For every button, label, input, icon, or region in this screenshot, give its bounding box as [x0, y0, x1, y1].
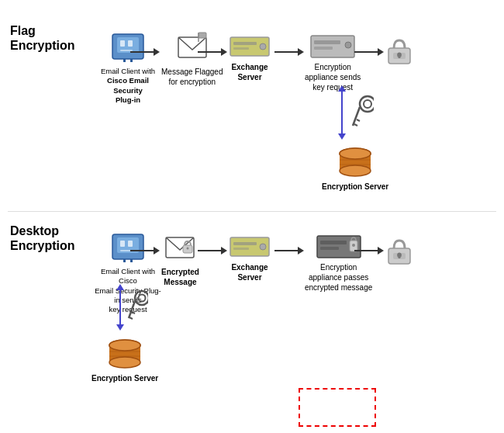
encryption-appliance-desktop-label: Encryptionappliance passesencrypted mess…	[305, 262, 372, 293]
svg-rect-16	[314, 47, 333, 50]
svg-point-65	[109, 357, 140, 368]
svg-rect-50	[320, 247, 339, 250]
encryption-server-flag-node: Encryption Server	[322, 146, 388, 192]
svg-rect-37	[128, 241, 133, 247]
encryption-server-desktop-db-icon	[105, 338, 144, 370]
arrow-1-2-desktop	[130, 247, 160, 255]
svg-line-62	[129, 317, 133, 319]
encrypted-message-label: EncryptedMessage	[161, 267, 199, 287]
svg-point-59	[139, 295, 146, 302]
exchange-server-desktop-label: ExchangeServer	[231, 262, 268, 282]
svg-rect-2	[120, 40, 125, 47]
svg-point-66	[109, 340, 140, 351]
svg-line-60	[129, 301, 135, 318]
arrow-4-5-flag	[354, 48, 384, 56]
svg-rect-3	[128, 40, 133, 47]
dashed-rect-desktop	[299, 388, 376, 427]
email-client-flag-node: Email Client withCisco Email SecurityPlu…	[93, 29, 163, 105]
message-flagged-node: Message Flaggedfor encryption	[161, 29, 223, 87]
encryption-appliance-flag-icon	[309, 34, 356, 59]
encryption-server-flag-db-icon	[336, 146, 375, 178]
vertical-arrow-desktop	[116, 284, 124, 331]
svg-rect-49	[320, 241, 347, 244]
flag-encryption-title: Flag Encryption	[10, 23, 75, 53]
exchange-server-flag-node: ExchangeServer	[229, 34, 271, 82]
exchange-server-desktop-icon	[229, 234, 271, 259]
svg-rect-6	[130, 59, 133, 62]
exchange-server-desktop-node: ExchangeServer	[229, 234, 271, 282]
svg-point-30	[340, 165, 371, 176]
svg-rect-36	[120, 241, 125, 247]
svg-point-13	[260, 43, 266, 50]
svg-rect-57	[399, 255, 401, 258]
arrow-2-3-flag	[198, 48, 227, 56]
svg-point-31	[340, 148, 371, 159]
svg-rect-15	[314, 40, 340, 44]
desktop-encryption-title: Desktop Encryption	[10, 223, 75, 253]
encryption-appliance-desktop-node: Encryptionappliance passesencrypted mess…	[305, 234, 372, 293]
encryption-appliance-flag-node: Encryptionappliance sendskey request	[305, 34, 361, 92]
svg-rect-39	[123, 259, 126, 262]
svg-line-27	[354, 124, 357, 126]
svg-rect-5	[123, 59, 126, 62]
divider-line	[8, 211, 496, 212]
exchange-server-flag-label: ExchangeServer	[231, 62, 268, 82]
key-flag-icon	[350, 93, 374, 133]
svg-rect-12	[233, 47, 249, 50]
encryption-appliance-flag-label: Encryptionappliance sendskey request	[305, 62, 361, 92]
arrow-3-4-flag	[274, 48, 304, 56]
vertical-arrow-flag	[338, 85, 346, 140]
svg-rect-11	[233, 42, 257, 45]
svg-rect-22	[399, 54, 401, 58]
arrow-4-5-desktop	[354, 247, 384, 255]
encrypted-message-node: EncryptedMessage	[161, 230, 199, 287]
svg-line-26	[357, 120, 360, 121]
lock-desktop-node	[385, 234, 413, 265]
arrow-1-2-flag	[130, 48, 160, 56]
encrypted-message-icon	[163, 230, 197, 264]
lock-flag-node	[385, 34, 413, 65]
encryption-server-flag-label: Encryption Server	[322, 182, 388, 192]
email-client-flag-icon	[111, 29, 145, 64]
svg-point-24	[364, 100, 371, 108]
svg-rect-45	[233, 242, 257, 245]
message-flagged-label: Message Flaggedfor encryption	[161, 67, 223, 87]
svg-line-61	[132, 312, 135, 313]
arrow-3-4-desktop	[274, 247, 304, 255]
lock-flag-icon	[385, 34, 413, 65]
encryption-server-desktop-label: Encryption Server	[91, 373, 158, 383]
svg-point-17	[345, 42, 351, 48]
lock-desktop-icon	[385, 234, 413, 265]
svg-rect-46	[233, 248, 249, 250]
encryption-server-desktop-node: Encryption Server	[91, 338, 158, 383]
svg-point-47	[260, 244, 266, 250]
exchange-server-flag-icon	[229, 34, 271, 59]
key-desktop-icon	[126, 289, 148, 326]
email-client-flag-label: Email Client withCisco Email SecurityPlu…	[93, 67, 163, 105]
svg-rect-40	[130, 259, 133, 262]
svg-rect-8	[198, 33, 206, 38]
arrow-2-3-desktop	[198, 247, 227, 255]
svg-point-43	[187, 248, 189, 250]
message-flagged-icon	[175, 29, 209, 64]
svg-line-25	[353, 107, 360, 126]
